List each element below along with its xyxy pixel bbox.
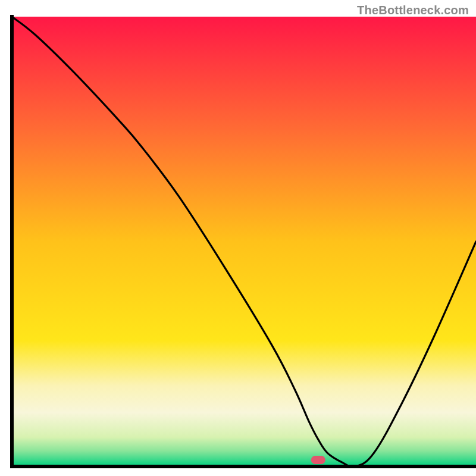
attribution-text: TheBottleneck.com bbox=[357, 4, 469, 17]
chart-svg bbox=[0, 0, 476, 476]
gradient-background bbox=[12, 17, 476, 466]
chart-stage: TheBottleneck.com bbox=[0, 0, 476, 476]
optimum-marker bbox=[311, 456, 325, 464]
